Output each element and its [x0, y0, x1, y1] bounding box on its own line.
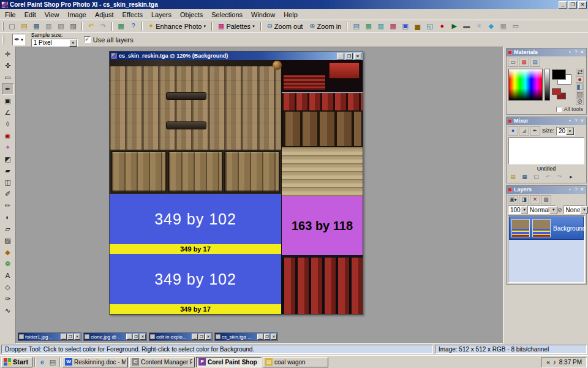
- close-button[interactable]: ✕: [205, 334, 211, 340]
- overview-toggle-icon[interactable]: ◱: [424, 21, 435, 31]
- close-button[interactable]: ✕: [140, 334, 146, 340]
- menu-edit[interactable]: Edit: [20, 10, 40, 20]
- menu-selections[interactable]: Selections: [207, 10, 247, 20]
- task-coal-wagon[interactable]: ▤coal wagon: [263, 357, 328, 367]
- swap-colors-icon[interactable]: ⇄: [576, 69, 584, 75]
- style-color-icon[interactable]: ●: [576, 76, 584, 83]
- text-tool[interactable]: A: [2, 270, 14, 281]
- airbrush-tool[interactable]: ✏: [2, 200, 14, 211]
- script-edit-icon[interactable]: ▬: [461, 21, 472, 31]
- zoom-out-button[interactable]: ⊖ Zoom out: [264, 21, 306, 31]
- palette-dock-icon[interactable]: ▪: [567, 50, 573, 55]
- minimized-document[interactable]: cs_skin.tga ..._❐✕: [214, 332, 278, 341]
- scratch-remover-tool[interactable]: ▰: [2, 165, 14, 176]
- delete-layer-icon[interactable]: ✕: [530, 195, 540, 204]
- minimize-button[interactable]: _: [61, 334, 67, 340]
- scan-icon[interactable]: ▧: [55, 21, 67, 31]
- zoom-in-button[interactable]: ⊕ Zoom in: [306, 21, 344, 31]
- minimize-button[interactable]: _: [337, 53, 344, 59]
- palette-close-icon[interactable]: ✕: [579, 50, 585, 55]
- close-button[interactable]: ✕: [74, 334, 80, 340]
- new-file-icon[interactable]: ▢: [6, 21, 18, 31]
- mixer-dropper-icon[interactable]: ✒: [530, 126, 540, 136]
- warp-brush-tool[interactable]: ∿: [2, 305, 14, 316]
- background-eraser-tool[interactable]: ▨: [2, 235, 14, 246]
- organizer-icon[interactable]: ▦: [363, 21, 374, 31]
- guides-icon[interactable]: ▭: [510, 21, 521, 31]
- color-picker[interactable]: [508, 69, 543, 101]
- sample-size-select[interactable]: 1 Pixel ▼: [31, 39, 78, 47]
- makeover-tool[interactable]: ✦: [2, 142, 14, 153]
- grayscale-bar[interactable]: [545, 69, 550, 101]
- pen-tool[interactable]: ✑: [2, 293, 14, 304]
- straighten-tool[interactable]: ∠: [2, 107, 14, 118]
- materials-toggle-icon[interactable]: ▩: [387, 21, 399, 31]
- mixer-open-icon[interactable]: ▤: [508, 172, 518, 182]
- palette-close-icon[interactable]: ✕: [579, 118, 585, 124]
- document-canvas[interactable]: 349 by 102 349 by 17 349 by 102 349 by 1…: [110, 60, 363, 314]
- link-set-select[interactable]: None ▼: [564, 205, 586, 214]
- mixer-knife-icon[interactable]: ◢: [519, 126, 529, 136]
- texture-icon[interactable]: ▨: [576, 91, 584, 98]
- mixer-nav-icon[interactable]: ▸: [566, 172, 576, 182]
- palette-help-icon[interactable]: ?: [573, 187, 579, 193]
- blend-mode-select[interactable]: Normal ▼: [527, 205, 556, 214]
- menu-window[interactable]: Window: [247, 10, 279, 20]
- layers-palette-titlebar[interactable]: Layers ▪?✕: [507, 186, 586, 194]
- internet-explorer-icon[interactable]: e: [37, 357, 47, 367]
- use-all-layers-checkbox[interactable]: ✓ Use all layers: [84, 36, 134, 44]
- dropper-tool[interactable]: ✒: [2, 83, 14, 94]
- red-eye-tool[interactable]: ◉: [2, 130, 14, 141]
- start-button[interactable]: Start: [1, 357, 32, 367]
- minimize-button[interactable]: _: [192, 334, 198, 340]
- paint-brush-tool[interactable]: ✐: [2, 188, 14, 199]
- restore-button[interactable]: ❐: [568, 1, 577, 9]
- preset-shape-tool[interactable]: ◇: [2, 282, 14, 293]
- all-tools-checkbox[interactable]: [556, 107, 562, 112]
- print-icon[interactable]: ▨: [67, 21, 79, 31]
- lighten-darken-tool[interactable]: ◐: [2, 212, 14, 223]
- selection-tool[interactable]: ▭: [2, 72, 14, 83]
- eraser-tool[interactable]: ▱: [2, 223, 14, 234]
- palette-dock-icon[interactable]: ▪: [567, 187, 573, 193]
- perspective-tool[interactable]: ◊: [2, 118, 14, 129]
- snap-to-guides-icon[interactable]: ✳: [473, 21, 484, 31]
- crop-tool[interactable]: ▣: [2, 95, 14, 106]
- save-file-icon[interactable]: ▦: [31, 21, 42, 31]
- layer-row-background[interactable]: Background: [509, 217, 584, 240]
- menu-file[interactable]: File: [1, 10, 20, 20]
- histogram-toggle-icon[interactable]: ▅: [412, 21, 423, 31]
- help-icon[interactable]: ?: [127, 21, 139, 31]
- mixer-palette-titlebar[interactable]: Mixer ▪?✕: [507, 117, 586, 125]
- ruler-icon[interactable]: ◆: [485, 21, 497, 31]
- restore-button[interactable]: ❐: [67, 334, 74, 340]
- menu-objects[interactable]: Objects: [176, 10, 207, 20]
- enhance-photo-button[interactable]: ✦ Enhance Photo ▾: [145, 21, 209, 31]
- picture-tube-tool[interactable]: ❁: [2, 258, 14, 269]
- mixer-redo-icon[interactable]: ↷: [554, 172, 565, 182]
- menu-effects[interactable]: Effects: [118, 10, 147, 20]
- presets-dropdown[interactable]: ✒ ▾: [12, 34, 25, 45]
- style-gradient-icon[interactable]: ◧: [576, 83, 584, 90]
- close-button[interactable]: ✕: [354, 53, 361, 59]
- materials-palette-titlebar[interactable]: Materials ▪?✕: [507, 48, 586, 56]
- learning-center-icon[interactable]: ▩: [115, 21, 127, 31]
- mixer-canvas[interactable]: [508, 137, 584, 164]
- foreground-color-swatch[interactable]: [552, 69, 566, 80]
- minimized-document[interactable]: edit in explo..._❐✕: [149, 332, 213, 341]
- mixer-undo-icon[interactable]: ↶: [543, 172, 553, 182]
- tray-expand-icon[interactable]: «: [546, 359, 550, 366]
- foreground-material-swatch[interactable]: [552, 88, 561, 95]
- task-reskinning-doc-microso-[interactable]: WReskinning.doc - Microso...: [62, 357, 128, 367]
- menu-adjust[interactable]: Adjust: [91, 10, 118, 20]
- minimized-document[interactable]: clone.jpg @ ._❐✕: [83, 332, 147, 341]
- toolbar-grip[interactable]: [2, 22, 4, 31]
- mixer-size-spinner[interactable]: 20 ▼: [556, 127, 575, 136]
- mixer-tube-icon[interactable]: ●: [508, 126, 518, 136]
- swatches-tab-icon[interactable]: ▤: [530, 58, 540, 67]
- minimize-button[interactable]: _: [126, 334, 132, 340]
- script-record-icon[interactable]: ●: [436, 21, 448, 31]
- clone-tool[interactable]: ◩: [2, 153, 14, 164]
- palettes-button[interactable]: ▦ Palettes ▾: [215, 21, 258, 31]
- move-tool[interactable]: ✜: [2, 60, 14, 71]
